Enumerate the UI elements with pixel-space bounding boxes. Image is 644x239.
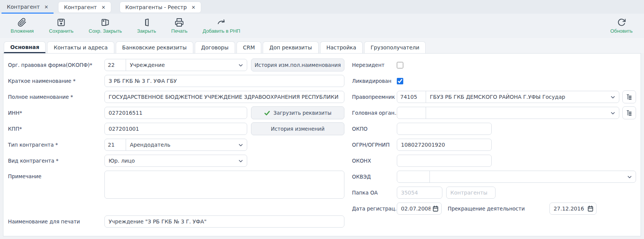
close-label: Закрыть <box>137 28 156 34</box>
tab-extra-details[interactable]: Доп реквизиты <box>263 41 318 53</box>
okpo-label: ОКПО <box>352 126 397 132</box>
change-history-label: История изменений <box>271 126 324 132</box>
okpo-row: ОКПО <box>352 123 636 135</box>
printer-icon <box>175 18 184 27</box>
termination-date-field <box>549 203 597 215</box>
window-tab-counterparty-1[interactable]: Контрагент ✕ <box>2 1 54 14</box>
counterparty-kind-combo[interactable]: Юр. лицо <box>104 155 247 167</box>
okved-label: ОКВЭД <box>352 174 397 180</box>
liquidated-row: Ликвидирован <box>352 75 636 87</box>
okonh-row: ОКОНХ <box>352 155 636 167</box>
refresh-button[interactable]: Обновить <box>610 18 633 34</box>
print-label: Печать <box>171 28 188 34</box>
tab-main[interactable]: Основная <box>4 41 46 53</box>
form-left-column: Орг. правовая форма(ОКОПФ)* 22 Учреждени… <box>8 59 347 236</box>
chevron-down-icon <box>627 174 633 180</box>
form-tab-bar: Основная Контакты и адреса Банковские ре… <box>0 38 644 53</box>
check-icon <box>264 110 270 116</box>
kpp-row: КПП* История изменений <box>8 123 347 135</box>
close-icon[interactable]: ✕ <box>44 4 49 10</box>
counterparty-type-label: Тип контрагента * <box>8 142 104 148</box>
window-tab-counterparty-registry[interactable]: Контрагенты - Реестр ✕ <box>120 2 201 13</box>
counterparty-kind-value: Юр. лицо <box>105 158 247 164</box>
okopf-combo[interactable]: 22 Учреждение <box>104 59 247 71</box>
calendar-icon[interactable] <box>432 205 439 212</box>
window-tab-bar: Контрагент ✕ Контрагент ✕ Контрагенты - … <box>0 0 644 14</box>
successor-hierarchy-button[interactable] <box>622 90 636 103</box>
okved-code <box>397 171 430 182</box>
full-name-label: Полное наименование * <box>8 94 104 100</box>
termination-label: Прекращение деятельности <box>448 206 525 212</box>
oa-folder-name-input <box>446 187 496 199</box>
short-name-input[interactable] <box>104 75 344 87</box>
close-icon[interactable]: ✕ <box>101 5 106 10</box>
close-button[interactable]: Закрыть <box>137 18 156 34</box>
inn-input[interactable] <box>104 107 247 119</box>
save-close-label: Сохр. Закрыть <box>89 28 122 34</box>
form-right-column: Нерезидент Ликвидирован Правопреемник 74… <box>352 59 636 236</box>
head-org-combo[interactable] <box>397 107 619 119</box>
okonh-input[interactable] <box>397 155 492 167</box>
load-requisites-label: Загрузить реквизиты <box>273 110 331 116</box>
liquidated-checkbox[interactable] <box>397 78 403 84</box>
okopf-value: Учреждение <box>126 62 247 68</box>
tree-icon <box>626 109 633 117</box>
name-history-button[interactable]: История изм.пол.наименования <box>251 59 344 71</box>
redo-arrow-icon <box>217 18 226 27</box>
calendar-icon[interactable] <box>587 205 594 212</box>
counterparty-type-combo[interactable]: 21 Арендодатель <box>104 139 247 151</box>
save-close-button[interactable]: Сохр. Закрыть <box>89 18 122 34</box>
reg-date-label: Дата регистрац... <box>352 206 397 212</box>
short-name-row: Краткое наименование * <box>8 75 347 87</box>
save-label: Сохранить <box>49 28 74 34</box>
attachments-button[interactable]: Вложения <box>11 18 34 34</box>
okved-row: ОКВЭД <box>352 171 636 183</box>
tab-consignees[interactable]: Грузополучатели <box>364 41 426 53</box>
full-name-row: Полное наименование * <box>8 91 347 103</box>
counterparty-type-code: 21 <box>105 139 126 150</box>
tab-settings[interactable]: Настройка <box>320 41 363 53</box>
head-org-hierarchy-button[interactable] <box>622 106 636 119</box>
ogrn-row: ОГРН/ОГРНИП <box>352 139 636 151</box>
change-history-button[interactable]: История изменений <box>251 122 344 135</box>
ogrn-input[interactable] <box>397 139 492 151</box>
counterparty-type-row: Тип контрагента * 21 Арендодатель <box>8 139 347 151</box>
tab-contacts-addresses[interactable]: Контакты и адреса <box>47 41 114 53</box>
note-textarea[interactable] <box>104 171 344 199</box>
tab-contracts[interactable]: Договоры <box>195 41 235 53</box>
paperclip-icon <box>17 18 27 27</box>
tab-bank-details[interactable]: Банковские реквизиты <box>116 41 193 53</box>
oa-folder-row: Папка ОА <box>352 187 636 199</box>
inn-label: ИНН* <box>8 110 104 116</box>
reg-date-field <box>397 203 442 215</box>
okonh-label: ОКОНХ <box>352 158 397 164</box>
successor-row: Правопреемник 74105 ГБУЗ РБ ГКБ ДЕМСКОГО… <box>352 91 636 103</box>
toolbar: Вложения Сохранить Сохр. Закрыть Закрыть… <box>0 14 644 38</box>
liquidated-label: Ликвидирован <box>352 78 397 84</box>
full-name-input[interactable] <box>104 91 344 103</box>
counterparty-type-value: Арендодатель <box>126 142 247 148</box>
note-row: Примечание <box>8 171 347 199</box>
chevron-down-icon <box>610 94 616 100</box>
inn-row: ИНН* Загрузить реквизиты <box>8 107 347 119</box>
okved-combo[interactable] <box>397 171 636 183</box>
tab-crm[interactable]: CRM <box>237 41 262 53</box>
okpo-input[interactable] <box>397 123 492 135</box>
window-tab-label: Контрагенты - Реестр <box>125 4 187 10</box>
print-name-input[interactable] <box>104 215 344 228</box>
refresh-icon <box>617 18 626 27</box>
print-button[interactable]: Печать <box>171 18 188 34</box>
successor-combo[interactable]: 74105 ГБУЗ РБ ГКБ ДЕМСКОГО РАЙОНА Г.УФЫ … <box>397 91 619 103</box>
load-requisites-button[interactable]: Загрузить реквизиты <box>251 106 344 119</box>
okopf-label: Орг. правовая форма(ОКОПФ)* <box>8 62 104 68</box>
dates-row: Дата регистрац... Прекращение деятельнос… <box>352 203 636 215</box>
close-icon[interactable]: ✕ <box>191 5 196 10</box>
window-tab-label: Контрагент <box>7 4 40 10</box>
nonresident-checkbox[interactable] <box>397 62 403 68</box>
refresh-label: Обновить <box>610 28 633 34</box>
window-tab-counterparty-2[interactable]: Контрагент ✕ <box>58 2 111 13</box>
save-button[interactable]: Сохранить <box>49 18 74 34</box>
short-name-label: Краткое наименование * <box>8 78 104 84</box>
kpp-input[interactable] <box>104 123 247 135</box>
add-to-rnp-button[interactable]: Добавить в РНП <box>203 18 240 34</box>
